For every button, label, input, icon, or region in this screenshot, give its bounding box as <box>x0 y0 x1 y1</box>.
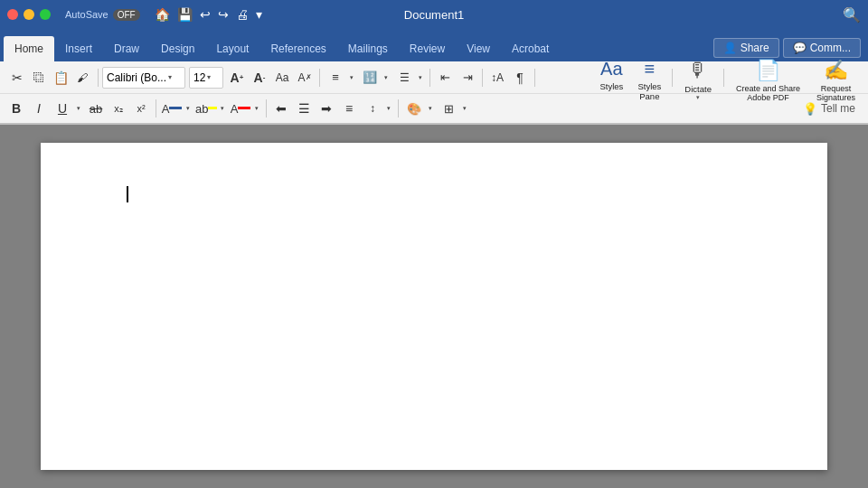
increase-font-icon[interactable]: A+ <box>226 67 248 89</box>
format-painter-icon[interactable]: 🖌 <box>71 67 93 89</box>
font-color-button[interactable]: A <box>230 98 251 119</box>
request-signatures-button[interactable]: ✍ Request Signatures <box>809 55 863 100</box>
increase-indent-icon[interactable]: ⇥ <box>457 67 478 89</box>
pilcrow-icon[interactable]: ¶ <box>509 67 531 89</box>
tab-insert[interactable]: Insert <box>54 36 103 61</box>
justify-button[interactable]: ≡ <box>338 98 360 119</box>
paste-icon[interactable]: 📋 <box>50 67 71 89</box>
maximize-button[interactable] <box>40 9 51 20</box>
sep8 <box>156 99 156 117</box>
request-sig-label: Request Signatures <box>816 84 855 102</box>
bullets-caret[interactable]: ▾ <box>347 74 356 81</box>
tab-view[interactable]: View <box>456 36 501 61</box>
tab-draw[interactable]: Draw <box>103 36 150 61</box>
tab-acrobat[interactable]: Acrobat <box>501 36 560 61</box>
multilevel-icon[interactable]: ☰ <box>393 67 415 89</box>
dictate-button[interactable]: 🎙 Dictate ▾ <box>677 55 719 100</box>
redo-icon[interactable]: ↪ <box>218 7 229 22</box>
styles-pane-button[interactable]: ≡ Styles Pane <box>631 55 667 100</box>
styles-button[interactable]: Aa Styles <box>593 55 629 100</box>
highlight-caret[interactable]: ▾ <box>218 105 227 112</box>
comment-icon: 💬 <box>793 42 807 54</box>
autosave-label: AutoSave <box>65 9 108 20</box>
decrease-font-icon[interactable]: A- <box>249 67 270 89</box>
title-bar: AutoSave OFF 🏠 💾 ↩ ↪ 🖨 ▾ Document1 🔍 <box>0 0 868 29</box>
underline-caret[interactable]: ▾ <box>74 105 83 112</box>
align-left-button[interactable]: ⬅ <box>270 98 292 119</box>
document-page[interactable] <box>41 143 827 470</box>
copy-icon[interactable]: ⿻ <box>28 67 50 89</box>
search-icon[interactable]: 🔍 <box>843 6 861 23</box>
bullets-icon[interactable]: ≡ <box>325 67 346 89</box>
align-right-button[interactable]: ➡ <box>316 98 337 119</box>
change-case-icon[interactable]: Aa <box>271 67 293 89</box>
align-center-button[interactable]: ☰ <box>293 98 315 119</box>
strikethrough-button[interactable]: ab <box>85 98 107 119</box>
sep1 <box>98 69 99 87</box>
clipboard-group: ✂ ⿻ 📋 🖌 <box>6 67 93 89</box>
cut-icon[interactable]: ✂ <box>6 67 28 89</box>
tab-layout[interactable]: Layout <box>205 36 259 61</box>
shading-button[interactable]: 🎨 <box>403 98 425 119</box>
toolbar-area: ✂ ⿻ 📋 🖌 Calibri (Bo... ▾ 12 ▾ A+ A- Aa A… <box>0 61 868 125</box>
numbering-icon[interactable]: 🔢 <box>359 67 381 89</box>
styles-label: Styles <box>599 81 623 91</box>
sep6 <box>672 69 673 87</box>
multilevel-group: ☰ ▾ <box>393 67 425 89</box>
print-icon[interactable]: 🖨 <box>236 7 249 22</box>
sep9 <box>266 99 267 117</box>
autosave-area: AutoSave OFF <box>65 9 140 21</box>
subscript-button[interactable]: x₂ <box>108 98 129 119</box>
sep7 <box>723 69 724 87</box>
font-name-caret: ▾ <box>168 73 172 81</box>
line-spacing-button[interactable]: ↕ <box>362 98 383 119</box>
tab-design[interactable]: Design <box>150 36 205 61</box>
minimize-button[interactable] <box>24 9 34 20</box>
italic-button[interactable]: I <box>28 98 50 119</box>
autosave-toggle[interactable]: OFF <box>113 9 140 21</box>
decrease-indent-icon[interactable]: ⇤ <box>434 67 456 89</box>
text-color-caret[interactable]: ▾ <box>184 105 193 112</box>
home-icon[interactable]: 🏠 <box>155 7 170 22</box>
create-share-label: Create and Share Adobe PDF <box>736 84 800 102</box>
font-color-caret[interactable]: ▾ <box>252 105 261 112</box>
dictate-dropdown[interactable]: ▾ <box>696 94 700 101</box>
highlight-button[interactable]: ab <box>195 98 217 119</box>
text-cursor <box>127 186 128 202</box>
font-name-selector[interactable]: Calibri (Bo... ▾ <box>102 67 185 89</box>
borders-group: ⊞ ▾ <box>438 98 469 119</box>
customize-icon[interactable]: ▾ <box>256 7 262 22</box>
sep2 <box>319 69 320 87</box>
font-name-box[interactable]: Calibri (Bo... ▾ <box>102 67 185 89</box>
tab-review[interactable]: Review <box>399 36 456 61</box>
sort-icon[interactable]: ↕A <box>486 67 508 89</box>
sep4 <box>482 69 483 87</box>
undo-icon[interactable]: ↩ <box>200 7 211 22</box>
numbering-caret[interactable]: ▾ <box>382 74 391 81</box>
shading-caret[interactable]: ▾ <box>426 105 435 112</box>
bold-button[interactable]: B <box>5 98 27 119</box>
clear-format-icon[interactable]: A✗ <box>294 67 316 89</box>
create-share-adobe-button[interactable]: 📄 Create and Share Adobe PDF <box>729 55 807 100</box>
superscript-button[interactable]: x² <box>130 98 152 119</box>
line-spacing-caret[interactable]: ▾ <box>384 105 393 112</box>
styles-icon: Aa <box>600 59 622 80</box>
close-button[interactable] <box>7 9 18 20</box>
underline-group: U ▾ <box>52 98 83 119</box>
underline-button[interactable]: U <box>52 98 73 119</box>
multilevel-caret[interactable]: ▾ <box>416 74 425 81</box>
font-size-box[interactable]: 12 ▾ <box>189 67 223 89</box>
title-bar-right: 🔍 <box>843 6 861 23</box>
font-size-selector[interactable]: 12 ▾ <box>189 67 223 89</box>
tab-home[interactable]: Home <box>4 36 54 61</box>
text-color-button[interactable]: A <box>161 98 183 119</box>
tab-references[interactable]: References <box>259 36 336 61</box>
share-icon: 👤 <box>723 42 737 54</box>
bullets-group: ≡ ▾ <box>325 67 356 89</box>
tab-mailings[interactable]: Mailings <box>337 36 399 61</box>
save-icon[interactable]: 💾 <box>177 7 193 22</box>
borders-caret[interactable]: ▾ <box>460 105 469 112</box>
borders-button[interactable]: ⊞ <box>438 98 459 119</box>
tell-me-label[interactable]: Tell me <box>821 102 855 115</box>
document-area[interactable] <box>0 125 868 488</box>
